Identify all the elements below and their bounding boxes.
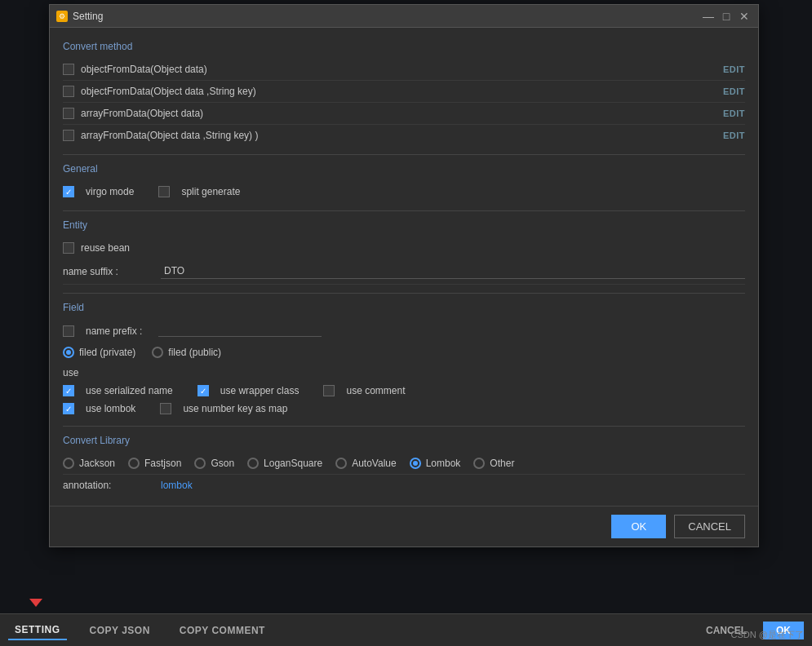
method-4-checkbox[interactable] bbox=[63, 130, 74, 141]
fastjson-label: Fastjson bbox=[144, 458, 181, 469]
method-1-checkbox[interactable] bbox=[63, 64, 74, 75]
autovalue-radio[interactable] bbox=[335, 458, 347, 469]
filed-private-radio[interactable] bbox=[63, 347, 74, 358]
dialog-content: Convert method objectFromData(Object dat… bbox=[50, 28, 758, 506]
name-prefix-input[interactable] bbox=[158, 325, 322, 337]
other-group: Other bbox=[473, 458, 514, 469]
autovalue-label: AutoValue bbox=[352, 458, 397, 469]
use-options-row-2: use lombok use number key as map bbox=[63, 400, 745, 418]
split-generate-group: split generate bbox=[158, 186, 240, 197]
close-button[interactable]: ✕ bbox=[737, 9, 752, 24]
general-options-row: virgo mode split generate bbox=[63, 181, 745, 202]
reuse-bean-checkbox[interactable] bbox=[63, 242, 74, 254]
use-wrapper-class-label: use wrapper class bbox=[220, 385, 300, 396]
method-row-4: arrayFromData(Object data ,String key) )… bbox=[63, 125, 745, 146]
red-arrow-indicator bbox=[29, 599, 42, 607]
reuse-bean-label: reuse bean bbox=[81, 242, 745, 254]
use-number-key-label: use number key as map bbox=[183, 403, 287, 414]
virgo-mode-checkbox[interactable] bbox=[63, 186, 74, 197]
autovalue-group: AutoValue bbox=[335, 458, 397, 469]
entity-section: Entity reuse bean name suffix : bbox=[63, 219, 745, 285]
annotation-value: lombok bbox=[161, 480, 193, 491]
name-prefix-checkbox[interactable] bbox=[63, 325, 74, 337]
method-1-edit[interactable]: EDIT bbox=[723, 64, 745, 74]
method-row-3: arrayFromData(Object data) EDIT bbox=[63, 103, 745, 125]
ok-button[interactable]: OK bbox=[611, 515, 666, 538]
convert-library-title: Convert Library bbox=[63, 435, 745, 446]
dialog-title-bar: ⚙ Setting — □ ✕ bbox=[50, 5, 758, 28]
dialog-footer: OK CANCEL bbox=[50, 506, 758, 546]
filed-public-group: filed (public) bbox=[152, 347, 221, 358]
fastjson-radio[interactable] bbox=[128, 458, 140, 469]
use-wrapper-class-group: use wrapper class bbox=[197, 385, 300, 396]
convert-method-section: Convert method objectFromData(Object dat… bbox=[63, 41, 745, 146]
library-options-row: Jackson Fastjson Gson LoganSquare AutoVa bbox=[63, 453, 745, 474]
csdn-watermark: CSDN @是在下了 bbox=[731, 629, 804, 641]
use-serialized-name-group: use serialized name bbox=[63, 385, 173, 396]
filed-public-label: filed (public) bbox=[168, 347, 221, 358]
jackson-label: Jackson bbox=[79, 458, 115, 469]
name-suffix-input[interactable] bbox=[161, 263, 745, 279]
filed-public-radio[interactable] bbox=[152, 347, 163, 358]
use-number-key-checkbox[interactable] bbox=[160, 403, 171, 414]
convert-library-section: Convert Library Jackson Fastjson Gson Lo… bbox=[63, 435, 745, 496]
copy-comment-bottom-btn[interactable]: COPY COMMENT bbox=[173, 622, 272, 639]
divider-4 bbox=[63, 426, 745, 427]
method-2-checkbox[interactable] bbox=[63, 86, 74, 97]
use-lombok-group: use lombok bbox=[63, 403, 135, 414]
annotation-row: annotation: lombok bbox=[63, 474, 745, 496]
method-3-edit[interactable]: EDIT bbox=[723, 108, 745, 118]
method-row-1: objectFromData(Object data) EDIT bbox=[63, 59, 745, 81]
virgo-mode-label: virgo mode bbox=[86, 186, 134, 197]
other-label: Other bbox=[490, 458, 514, 469]
annotation-label: annotation: bbox=[63, 480, 161, 491]
gson-radio[interactable] bbox=[194, 458, 206, 469]
reuse-bean-row: reuse bean bbox=[63, 237, 745, 259]
use-label-container: use bbox=[63, 363, 745, 382]
bottom-bar: SETTING COPY JSON COPY COMMENT CANCEL OK bbox=[0, 613, 812, 646]
dialog-title: Setting bbox=[73, 11, 701, 22]
name-suffix-label: name suffix : bbox=[63, 266, 161, 277]
lombok-radio[interactable] bbox=[410, 458, 421, 469]
general-title: General bbox=[63, 163, 745, 175]
split-generate-label: split generate bbox=[181, 186, 240, 197]
gson-group: Gson bbox=[194, 458, 234, 469]
minimize-button[interactable]: — bbox=[701, 9, 716, 24]
jackson-group: Jackson bbox=[63, 458, 115, 469]
method-1-label: objectFromData(Object data) bbox=[81, 64, 723, 75]
logansquare-label: LoganSquare bbox=[264, 458, 322, 469]
method-row-2: objectFromData(Object data ,String key) … bbox=[63, 81, 745, 103]
use-number-key-group: use number key as map bbox=[160, 403, 287, 414]
maximize-button[interactable]: □ bbox=[719, 9, 734, 24]
general-section: General virgo mode split generate bbox=[63, 163, 745, 202]
logansquare-group: LoganSquare bbox=[247, 458, 322, 469]
use-comment-checkbox[interactable] bbox=[323, 385, 335, 396]
split-generate-checkbox[interactable] bbox=[158, 186, 170, 197]
logansquare-radio[interactable] bbox=[247, 458, 259, 469]
settings-dialog: ⚙ Setting — □ ✕ Convert method objectFro… bbox=[49, 4, 759, 547]
divider-3 bbox=[63, 293, 745, 294]
fastjson-group: Fastjson bbox=[128, 458, 181, 469]
use-lombok-checkbox[interactable] bbox=[63, 403, 74, 414]
use-serialized-name-label: use serialized name bbox=[86, 385, 173, 396]
filed-type-row: filed (private) filed (public) bbox=[63, 342, 745, 363]
gson-label: Gson bbox=[211, 458, 234, 469]
use-serialized-name-checkbox[interactable] bbox=[63, 385, 74, 396]
method-4-label: arrayFromData(Object data ,String key) ) bbox=[81, 130, 723, 141]
copy-json-bottom-btn[interactable]: COPY JSON bbox=[83, 622, 157, 639]
setting-bottom-btn[interactable]: SETTING bbox=[8, 621, 67, 640]
use-wrapper-class-checkbox[interactable] bbox=[197, 385, 209, 396]
jackson-radio[interactable] bbox=[63, 458, 74, 469]
lombok-label: Lombok bbox=[426, 458, 461, 469]
method-3-label: arrayFromData(Object data) bbox=[81, 108, 723, 119]
use-lombok-label: use lombok bbox=[86, 403, 135, 414]
method-3-checkbox[interactable] bbox=[63, 108, 74, 119]
method-2-label: objectFromData(Object data ,String key) bbox=[81, 86, 723, 97]
use-label: use bbox=[63, 367, 78, 378]
other-radio[interactable] bbox=[473, 458, 485, 469]
convert-method-title: Convert method bbox=[63, 41, 745, 52]
method-4-edit[interactable]: EDIT bbox=[723, 131, 745, 140]
virgo-mode-group: virgo mode bbox=[63, 186, 134, 197]
method-2-edit[interactable]: EDIT bbox=[723, 86, 745, 96]
cancel-button[interactable]: CANCEL bbox=[674, 515, 745, 538]
